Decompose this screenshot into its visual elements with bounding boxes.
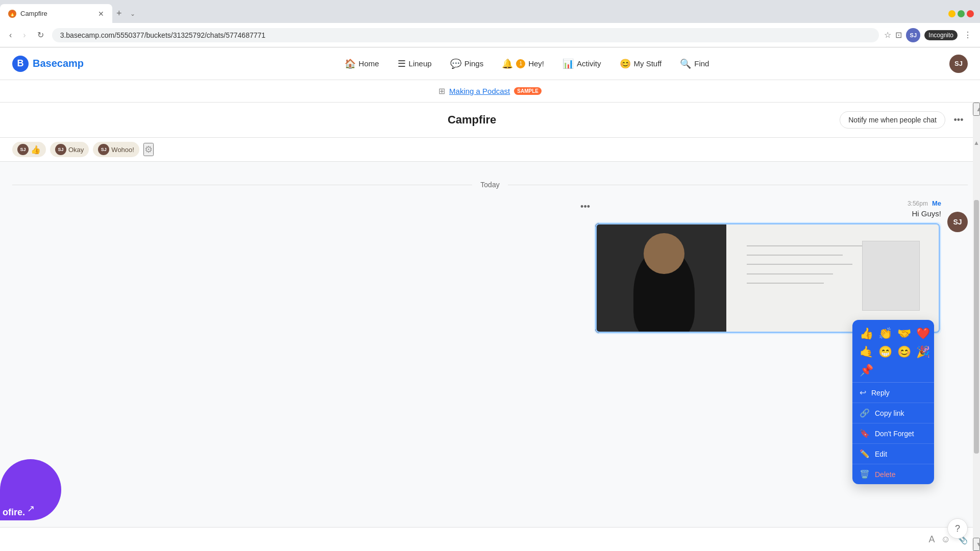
settings-gear-icon: ⚙	[144, 144, 153, 155]
new-tab-button[interactable]: +	[112, 6, 126, 21]
copy-link-icon: 🔗	[860, 408, 870, 418]
emoji-button[interactable]: ☺	[941, 534, 950, 545]
reaction-thumbs-up[interactable]: SJ 👍	[12, 142, 46, 157]
browser-more-icon[interactable]: ⋮	[962, 28, 974, 42]
help-button[interactable]: ?	[947, 518, 968, 539]
menu-reply[interactable]: ↩ Reply	[852, 383, 934, 403]
scroll-thumb	[974, 200, 979, 453]
message-options-button[interactable]: •••	[580, 202, 590, 212]
nav-mystuff[interactable]: 😊 My Stuff	[611, 54, 670, 73]
chat-header: Campfire Notify me when people chat •••	[0, 103, 980, 138]
chat-input[interactable]	[12, 535, 923, 544]
nav-items: 🏠 Home ☰ Lineup 💬 Pings 🔔 1 Hey! 📊 Activ…	[104, 54, 949, 73]
window-controls	[948, 10, 980, 17]
message-time: 3:56pm	[908, 200, 928, 207]
project-name: Making a Podcast	[449, 87, 510, 95]
reload-button[interactable]: ↻	[34, 28, 47, 42]
main-content: ⊞ Making a Podcast SAMPLE Campfire Notif…	[0, 80, 980, 551]
help-icon: ?	[955, 523, 960, 534]
project-link[interactable]: ⊞ Making a Podcast SAMPLE	[438, 86, 542, 96]
scroll-up-button[interactable]: ▲	[973, 103, 980, 116]
user-avatar[interactable]: SJ	[949, 55, 968, 73]
reaction-settings-button[interactable]: ⚙	[143, 143, 154, 156]
tab-close-icon[interactable]: ✕	[98, 10, 104, 18]
emoji-heart[interactable]: ❤️	[914, 325, 932, 342]
address-bar: ‹ › ↻ ☆ ⊡ SJ Incognito ⋮	[0, 23, 980, 47]
scroll-down-button[interactable]: ▼	[973, 538, 980, 551]
reaction-okay[interactable]: SJ Okay	[50, 142, 89, 157]
chat-input-area: A ☺ 📎	[0, 527, 980, 551]
active-tab: 🔥 Campfire ✕	[0, 4, 112, 23]
emoji-smile[interactable]: 😊	[895, 343, 913, 361]
logo-mark: B	[12, 56, 29, 72]
hey-icon: 🔔	[502, 58, 513, 69]
reaction-wohoo[interactable]: SJ Wohoo!	[93, 142, 139, 157]
browser-chrome: 🔥 Campfire ✕ + ⌄ ‹ › ↻ ☆ ⊡ SJ Incognito …	[0, 0, 980, 47]
reaction-avatar-2: SJ	[55, 144, 66, 155]
menu-copy-link[interactable]: 🔗 Copy link	[852, 403, 934, 423]
chat-more-options[interactable]: •••	[949, 111, 968, 129]
maximize-button[interactable]	[958, 10, 965, 17]
emoji-pin[interactable]: 📌	[857, 362, 875, 379]
close-button[interactable]	[967, 10, 974, 17]
hey-badge: 1	[516, 59, 525, 68]
more-dots-icon: •••	[954, 115, 964, 126]
mystuff-label: My Stuff	[634, 59, 662, 68]
delete-icon: 🗑️	[860, 469, 870, 479]
emoji-picker: 👍 👏 🤝 ❤️ 🤙 😁 😊 🎉 📌	[852, 320, 934, 383]
nav-pings[interactable]: 💬 Pings	[442, 54, 492, 73]
minimize-button[interactable]	[948, 10, 955, 17]
menu-edit[interactable]: ✏️ Edit	[852, 444, 934, 464]
home-label: Home	[359, 59, 379, 68]
chat-title: Campfire	[104, 113, 840, 127]
nav-hey[interactable]: 🔔 1 Hey!	[494, 54, 552, 73]
context-menu: 👍 👏 🤝 ❤️ 🤙 😁 😊 🎉 📌 ↩ Reply	[852, 320, 934, 484]
emoji-picker-icon: ☺	[941, 534, 950, 544]
reactions-bar: SJ 👍 SJ Okay SJ Wohoo! ⚙	[0, 138, 980, 162]
whiteboard-content	[737, 231, 929, 325]
nav-find[interactable]: 🔍 Find	[672, 54, 717, 73]
app-nav: B Basecamp 🏠 Home ☰ Lineup 💬 Pings 🔔 1 H…	[0, 47, 980, 80]
back-button[interactable]: ‹	[6, 29, 15, 42]
nav-lineup[interactable]: ☰ Lineup	[389, 54, 440, 73]
menu-dont-forget[interactable]: 🔖 Don't Forget	[852, 423, 934, 443]
emoji-thumbsup[interactable]: 👍	[857, 325, 875, 342]
home-icon: 🏠	[345, 58, 356, 69]
copy-link-label: Copy link	[875, 409, 904, 417]
emoji-party[interactable]: 🎉	[914, 343, 932, 361]
reaction-avatar-3: SJ	[98, 144, 109, 155]
date-divider: Today	[12, 180, 968, 189]
address-actions: ☆ ⊡ SJ Incognito ⋮	[884, 28, 974, 42]
image-attachment	[594, 222, 941, 334]
bookmark-icon[interactable]: ☆	[884, 30, 891, 40]
messages-area: Today ••• 3:56pm Me Hi Guys!	[0, 162, 980, 527]
person-head	[644, 233, 684, 274]
emoji-grin[interactable]: 😁	[876, 343, 894, 361]
emoji-clap[interactable]: 👏	[876, 325, 894, 342]
delete-label: Delete	[875, 470, 895, 479]
nav-activity[interactable]: 📊 Activity	[554, 54, 609, 73]
find-icon: 🔍	[680, 58, 691, 69]
activity-label: Activity	[577, 59, 601, 68]
message-content: 3:56pm Me Hi Guys!	[594, 199, 941, 334]
sample-badge: SAMPLE	[514, 87, 542, 95]
notify-button[interactable]: Notify me when people chat	[840, 111, 945, 129]
blob-text: ofire.	[3, 507, 25, 518]
profile-avatar[interactable]: SJ	[906, 28, 920, 42]
nav-home[interactable]: 🏠 Home	[336, 54, 387, 73]
message-avatar: SJ	[947, 212, 968, 232]
incognito-label: Incognito	[924, 30, 958, 40]
menu-delete[interactable]: 🗑️ Delete	[852, 464, 934, 484]
layout-icon[interactable]: ⊡	[895, 30, 902, 40]
format-button[interactable]: A	[929, 534, 935, 545]
emoji-handshake[interactable]: 🤝	[895, 325, 913, 342]
options-dots-icon: •••	[580, 202, 590, 212]
window-dropdown-arrow: ⌄	[126, 10, 139, 17]
address-input[interactable]	[52, 28, 879, 42]
message-text: Hi Guys!	[594, 209, 941, 218]
whiteboard	[726, 223, 940, 333]
forward-button[interactable]: ›	[20, 29, 29, 42]
scroll-up-arrow[interactable]: ▲	[973, 139, 979, 146]
emoji-callme[interactable]: 🤙	[857, 343, 875, 361]
message-sender: Me	[932, 199, 941, 207]
